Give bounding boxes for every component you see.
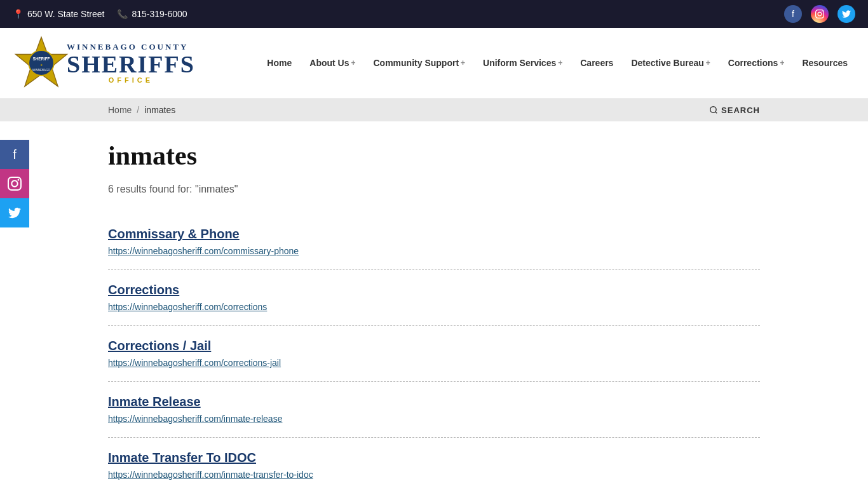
nav-plus-icon4: + bbox=[706, 58, 710, 67]
nav-resources[interactable]: Resources bbox=[794, 53, 855, 73]
topbar-twitter-icon[interactable] bbox=[837, 5, 855, 23]
nav-about[interactable]: About Us + bbox=[302, 53, 363, 73]
nav-plus-icon5: + bbox=[780, 58, 784, 67]
breadcrumb-home[interactable]: Home bbox=[108, 105, 132, 115]
search-button[interactable]: SEARCH bbox=[709, 105, 760, 115]
result-item: Inmate Release https://winnebagosheriff.… bbox=[108, 382, 760, 438]
topbar-instagram-icon[interactable] bbox=[811, 5, 829, 23]
sidebar-twitter-icon[interactable] bbox=[0, 198, 29, 227]
nav-plus-icon2: + bbox=[461, 58, 465, 67]
top-bar-contacts: 📍 650 W. State Street 📞 815-319-6000 bbox=[13, 9, 187, 19]
results-count: 6 results found for: "inmates" bbox=[108, 184, 760, 195]
site-header: SHERIFF ★ WINNEBAGO WINNEBAGO COUNTY SHE… bbox=[0, 28, 868, 98]
search-label: SEARCH bbox=[721, 105, 760, 115]
result-title-3[interactable]: Inmate Release bbox=[108, 395, 201, 409]
result-item: Inmate Transfer To IDOC https://winnebag… bbox=[108, 438, 760, 488]
top-bar-social: f bbox=[784, 5, 855, 23]
svg-point-1 bbox=[29, 50, 54, 76]
logo-area: SHERIFF ★ WINNEBAGO WINNEBAGO COUNTY SHE… bbox=[13, 34, 195, 92]
nav-corrections[interactable]: Corrections + bbox=[721, 53, 792, 73]
result-title-4[interactable]: Inmate Transfer To IDOC bbox=[108, 451, 256, 465]
breadcrumb: Home / inmates bbox=[108, 105, 175, 115]
logo-text: WINNEBAGO COUNTY SHERIFFS OFFICE bbox=[67, 42, 195, 84]
result-url-0[interactable]: https://winnebagosheriff.com/commissary-… bbox=[108, 246, 299, 256]
result-url-1[interactable]: https://winnebagosheriff.com/corrections bbox=[108, 302, 267, 312]
main-content: inmates 6 results found for: "inmates" C… bbox=[0, 121, 868, 488]
result-url-2[interactable]: https://winnebagosheriff.com/corrections… bbox=[108, 358, 281, 368]
sidebar-instagram-icon[interactable] bbox=[0, 169, 29, 198]
result-title-1[interactable]: Corrections bbox=[108, 283, 179, 297]
location-icon: 📍 bbox=[13, 9, 24, 19]
nav-careers[interactable]: Careers bbox=[573, 53, 621, 73]
nav-plus-icon3: + bbox=[558, 58, 562, 67]
result-item: Corrections / Jail https://winnebagosher… bbox=[108, 326, 760, 382]
top-bar: 📍 650 W. State Street 📞 815-319-6000 f bbox=[0, 0, 868, 28]
phone-contact: 📞 815-319-6000 bbox=[117, 9, 187, 19]
sidebar-facebook-icon[interactable]: f bbox=[0, 140, 29, 169]
nav-community[interactable]: Community Support + bbox=[366, 53, 473, 73]
nav-plus-icon: + bbox=[351, 58, 355, 67]
nav-detective[interactable]: Detective Bureau + bbox=[623, 53, 717, 73]
breadcrumb-bar: Home / inmates SEARCH bbox=[0, 98, 868, 121]
result-url-3[interactable]: https://winnebagosheriff.com/inmate-rele… bbox=[108, 414, 282, 424]
phone-icon: 📞 bbox=[117, 9, 128, 19]
address-text: 650 W. State Street bbox=[27, 9, 104, 19]
topbar-facebook-icon[interactable]: f bbox=[784, 5, 802, 23]
result-title-0[interactable]: Commissary & Phone bbox=[108, 227, 240, 241]
logo-line3: OFFICE bbox=[67, 76, 195, 84]
nav-home[interactable]: Home bbox=[259, 53, 299, 73]
result-url-4[interactable]: https://winnebagosheriff.com/inmate-tran… bbox=[108, 470, 313, 480]
results-list: Commissary & Phone https://winnebagosher… bbox=[108, 214, 760, 488]
result-item: Corrections https://winnebagosheriff.com… bbox=[108, 270, 760, 326]
svg-point-5 bbox=[710, 107, 716, 112]
main-nav: Home About Us + Community Support + Unif… bbox=[259, 53, 855, 73]
logo-line2: SHERIFFS bbox=[67, 52, 195, 76]
svg-text:WINNEBAGO: WINNEBAGO bbox=[32, 69, 51, 72]
social-sidebar: f bbox=[0, 140, 29, 227]
result-item: Commissary & Phone https://winnebagosher… bbox=[108, 214, 760, 270]
svg-text:SHERIFF: SHERIFF bbox=[33, 57, 50, 61]
sheriff-badge: SHERIFF ★ WINNEBAGO bbox=[13, 34, 70, 92]
address-contact: 📍 650 W. State Street bbox=[13, 9, 104, 19]
breadcrumb-separator: / bbox=[137, 105, 139, 115]
result-title-2[interactable]: Corrections / Jail bbox=[108, 339, 211, 353]
breadcrumb-current: inmates bbox=[144, 105, 175, 115]
nav-uniform[interactable]: Uniform Services + bbox=[475, 53, 570, 73]
phone-text: 815-319-6000 bbox=[132, 9, 187, 19]
page-title: inmates bbox=[108, 140, 760, 171]
search-icon bbox=[709, 105, 718, 114]
